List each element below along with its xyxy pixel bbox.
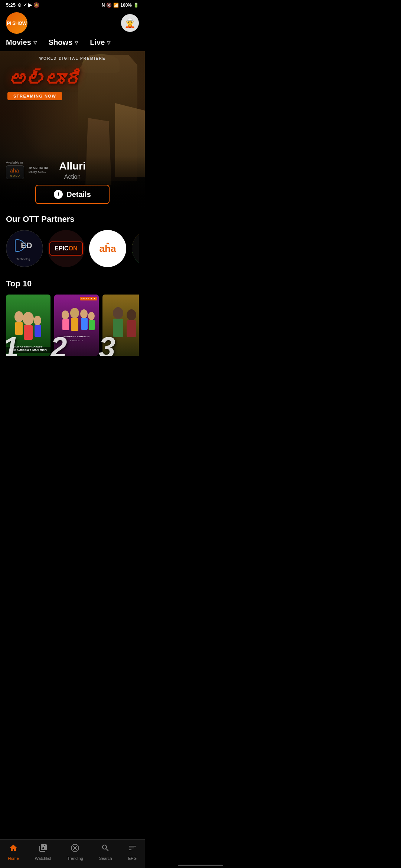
user-avatar[interactable]: 🧝	[121, 14, 139, 32]
svg-rect-14	[71, 318, 78, 331]
status-time: 5:25	[6, 2, 16, 8]
streaming-badge: STREAMING NOW	[7, 92, 62, 100]
svg-point-22	[113, 307, 123, 319]
nav-shows[interactable]: Shows ▽	[49, 38, 78, 47]
svg-rect-12	[62, 319, 69, 330]
hero-genre: Action	[6, 174, 139, 180]
svg-point-5	[14, 311, 23, 322]
hero-movie-logo: అల్లూరి	[7, 70, 77, 89]
nfc-icon: N	[102, 3, 105, 8]
status-right: N 🔇 📶 100% 🔋	[102, 3, 139, 8]
status-bar: 5:25 ⊙ ✓ ▶ 🔕 N 🔇 📶 100% 🔋	[0, 0, 145, 9]
hero-movie-title: Alluri	[6, 160, 139, 172]
battery-icon: 🔋	[133, 3, 139, 8]
svg-point-7	[34, 316, 41, 325]
epicon-logo: EPICON	[49, 241, 82, 256]
status-left: 5:25 ⊙ ✓ ▶ 🔕	[6, 2, 39, 8]
shows-arrow-icon: ▽	[75, 40, 78, 45]
svg-point-3	[23, 312, 34, 325]
hero-info-overlay: Alluri Action i Details	[0, 156, 145, 207]
ott-section-title: Our OTT Partners	[6, 214, 139, 224]
nav-live[interactable]: Live ▽	[90, 38, 110, 47]
hero-title-area: అల్లూరి STREAMING NOW	[7, 70, 77, 100]
partner-aha[interactable]: aĥa	[89, 230, 126, 267]
avatar-emoji: 🧝	[124, 18, 136, 28]
info-icon: i	[54, 190, 63, 199]
svg-rect-25	[127, 320, 136, 337]
aha-partner-text: aĥa	[100, 243, 116, 254]
svg-point-15	[80, 309, 88, 318]
svg-point-11	[62, 310, 69, 319]
rank-2: 2	[50, 333, 67, 356]
top10-item-3[interactable]: 3	[102, 295, 139, 356]
ed-logo-area: ED Technolog...	[13, 236, 36, 261]
svg-text:EPISODE 12: EPISODE 12	[70, 339, 83, 342]
hero-banner: WORLD DIGITAL PREMIERE అల్లూరి STREAMING…	[0, 51, 145, 207]
live-label: Live	[90, 38, 105, 47]
partner-zee5[interactable]: ZE	[131, 230, 139, 267]
svg-rect-8	[35, 325, 41, 337]
details-label: Details	[66, 190, 91, 199]
svg-point-13	[70, 308, 79, 318]
top10-item-1[interactable]: THE GREEDY MOTHER THE GREEDY MOTHER 1	[6, 295, 50, 356]
ed-logo-icon: ED	[13, 236, 36, 257]
movies-label: Movies	[6, 38, 31, 47]
battery-level: 100%	[120, 3, 132, 8]
partners-scroll[interactable]: ED Technolog... EPICON aĥa ZE	[6, 230, 139, 267]
wifi-icon: 📶	[113, 3, 119, 8]
top10-scroll[interactable]: THE GREEDY MOTHER THE GREEDY MOTHER 1	[6, 295, 139, 356]
rank-3: 3	[99, 333, 115, 356]
app-logo[interactable]: Pi SHOW	[6, 12, 27, 34]
app-header: Pi SHOW 🧝	[0, 9, 145, 38]
nav-menu: Movies ▽ Shows ▽ Live ▽	[0, 38, 145, 51]
movies-arrow-icon: ▽	[33, 40, 37, 45]
svg-point-24	[127, 309, 136, 320]
mute-icon: 🔇	[106, 3, 112, 8]
sneak-badge-2: SNEAK PEEK	[80, 297, 97, 300]
epic-text: EPIC	[55, 245, 68, 251]
top10-item-2[interactable]: RAMANI VS RAMANI 3.0 EPISODE 12 SNEAK PE…	[54, 295, 99, 356]
top10-section: Top 10	[0, 272, 145, 360]
partner-epicon[interactable]: EPICON	[48, 230, 85, 267]
details-button[interactable]: i Details	[35, 185, 110, 204]
svg-rect-16	[81, 318, 88, 330]
partner-ed[interactable]: ED Technolog...	[6, 230, 43, 267]
svg-point-17	[88, 312, 95, 320]
nav-movies[interactable]: Movies ▽	[6, 38, 37, 47]
top10-title: Top 10	[6, 279, 139, 289]
live-arrow-icon: ▽	[107, 40, 110, 45]
svg-text:ED: ED	[21, 241, 32, 250]
rank-1: 1	[6, 333, 19, 356]
ed-sub-text: Technolog...	[13, 257, 36, 261]
on-text: ON	[69, 245, 78, 251]
svg-rect-4	[24, 325, 33, 340]
shows-label: Shows	[49, 38, 72, 47]
svg-text:RAMANI VS RAMANI 3.0: RAMANI VS RAMANI 3.0	[63, 335, 89, 338]
premiere-badge: WORLD DIGITAL PREMIERE	[39, 56, 106, 60]
ott-partners-section: Our OTT Partners ED Technolog... EPICON	[0, 207, 145, 272]
status-icons: ⊙ ✓ ▶ 🔕	[17, 2, 39, 8]
svg-rect-18	[89, 320, 95, 330]
aha-partner-logo: aĥa	[100, 243, 116, 254]
